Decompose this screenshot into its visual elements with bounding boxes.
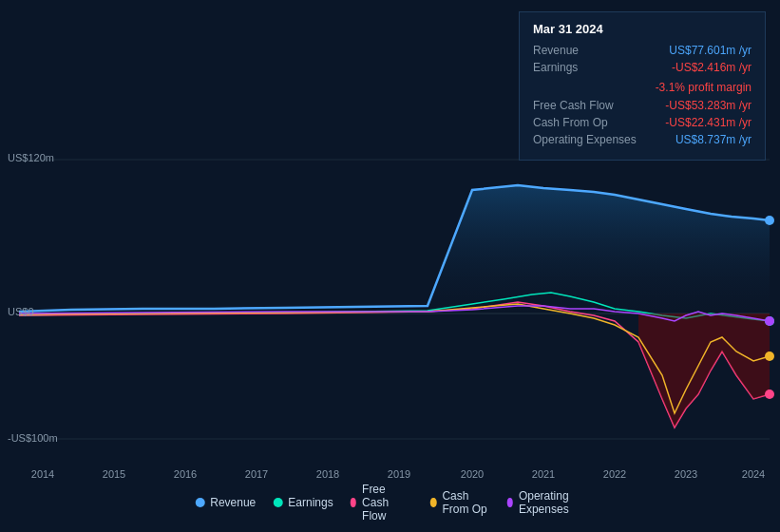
- chart-container: US$120m US$0 -US$100m 2014 2015 2016 201…: [0, 0, 780, 532]
- x-label-2022: 2022: [603, 468, 626, 480]
- x-label-2016: 2016: [174, 468, 197, 480]
- tooltip-row-earnings: Earnings -US$2.416m /yr: [533, 61, 751, 74]
- tooltip-label-opex: Operating Expenses: [533, 133, 637, 146]
- svg-point-7: [765, 352, 774, 361]
- svg-point-4: [765, 216, 774, 225]
- x-label-2024: 2024: [742, 468, 765, 480]
- x-label-2015: 2015: [103, 468, 125, 480]
- legend-dot-fcf: [351, 498, 356, 507]
- tooltip-date: Mar 31 2024: [533, 22, 751, 36]
- legend-item-revenue[interactable]: Revenue: [195, 496, 256, 509]
- tooltip-label-cashfromop: Cash From Op: [533, 116, 637, 129]
- legend-item-cashfromop[interactable]: Cash From Op: [430, 489, 489, 516]
- tooltip-value-fcf: -US$53.283m /yr: [665, 99, 751, 112]
- data-tooltip: Mar 31 2024 Revenue US$77.601m /yr Earni…: [519, 11, 766, 161]
- tooltip-value-revenue: US$77.601m /yr: [669, 44, 751, 57]
- tooltip-label-revenue: Revenue: [533, 44, 637, 57]
- legend-label-fcf: Free Cash Flow: [362, 483, 413, 522]
- legend-dot-opex: [507, 498, 513, 507]
- legend-dot-revenue: [195, 498, 204, 507]
- svg-point-8: [765, 316, 774, 326]
- legend-dot-earnings: [273, 498, 282, 507]
- tooltip-value-cashfromop: -US$22.431m /yr: [665, 116, 751, 129]
- x-label-2018: 2018: [316, 468, 339, 480]
- x-label-2023: 2023: [675, 468, 697, 480]
- tooltip-row-opex: Operating Expenses US$8.737m /yr: [533, 133, 751, 146]
- tooltip-value-earnings: -US$2.416m /yr: [672, 61, 751, 74]
- y-label-top: US$120m: [8, 152, 54, 163]
- tooltip-row-cashfromop: Cash From Op -US$22.431m /yr: [533, 116, 751, 129]
- legend-item-earnings[interactable]: Earnings: [273, 496, 333, 509]
- tooltip-row-fcf: Free Cash Flow -US$53.283m /yr: [533, 99, 751, 112]
- x-label-2020: 2020: [461, 468, 484, 480]
- legend-dot-cashfromop: [430, 498, 436, 507]
- legend-item-fcf[interactable]: Free Cash Flow: [351, 483, 413, 522]
- legend-item-opex[interactable]: Operating Expenses: [507, 489, 585, 516]
- legend-label-earnings: Earnings: [288, 496, 333, 509]
- legend-label-opex: Operating Expenses: [519, 489, 585, 516]
- tooltip-label-fcf: Free Cash Flow: [533, 99, 637, 112]
- x-label-2019: 2019: [388, 468, 410, 480]
- tooltip-label-earnings: Earnings: [533, 61, 637, 74]
- x-label-2017: 2017: [245, 468, 268, 480]
- y-label-bottom: -US$100m: [8, 432, 58, 444]
- tooltip-value-opex: US$8.737m /yr: [675, 133, 751, 146]
- svg-point-6: [765, 390, 774, 399]
- tooltip-profit-margin: -3.1% profit margin: [656, 81, 751, 94]
- x-label-2014: 2014: [31, 468, 54, 480]
- y-label-zero: US$0: [8, 306, 34, 317]
- legend-label-revenue: Revenue: [210, 496, 256, 509]
- chart-legend: Revenue Earnings Free Cash Flow Cash Fro…: [195, 483, 585, 522]
- legend-label-cashfromop: Cash From Op: [442, 489, 489, 516]
- x-label-2021: 2021: [532, 468, 555, 480]
- tooltip-row-revenue: Revenue US$77.601m /yr: [533, 44, 751, 57]
